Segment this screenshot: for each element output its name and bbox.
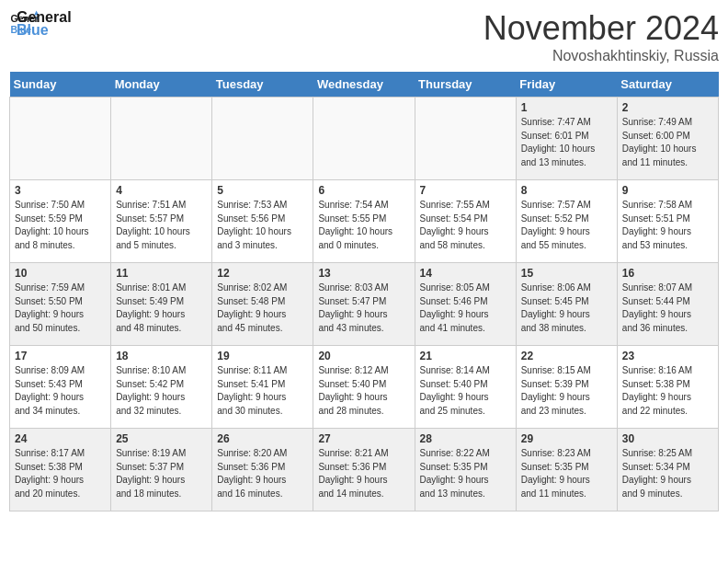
day-number: 1 [521, 101, 612, 114]
day-cell: 11Sunrise: 8:01 AM Sunset: 5:49 PM Dayli… [111, 263, 212, 346]
day-info: Sunrise: 8:09 AM Sunset: 5:43 PM Dayligh… [15, 364, 106, 418]
day-number: 19 [217, 350, 308, 362]
day-cell: 16Sunrise: 8:07 AM Sunset: 5:44 PM Dayli… [617, 263, 718, 346]
day-info: Sunrise: 8:01 AM Sunset: 5:49 PM Dayligh… [116, 282, 207, 335]
day-info: Sunrise: 8:22 AM Sunset: 5:35 PM Dayligh… [420, 447, 511, 500]
day-cell: 15Sunrise: 8:06 AM Sunset: 5:45 PM Dayli… [516, 263, 617, 346]
day-cell: 3Sunrise: 7:50 AM Sunset: 5:59 PM Daylig… [10, 180, 111, 263]
day-number: 24 [15, 432, 106, 445]
day-cell: 30Sunrise: 8:25 AM Sunset: 5:34 PM Dayli… [617, 429, 718, 511]
day-info: Sunrise: 8:10 AM Sunset: 5:42 PM Dayligh… [116, 364, 207, 418]
header-row: SundayMondayTuesdayWednesdayThursdayFrid… [10, 72, 719, 98]
day-number: 4 [116, 184, 207, 197]
day-number: 18 [116, 350, 207, 362]
calendar-table: SundayMondayTuesdayWednesdayThursdayFrid… [9, 72, 719, 511]
day-cell: 12Sunrise: 8:02 AM Sunset: 5:48 PM Dayli… [212, 263, 313, 346]
day-info: Sunrise: 8:05 AM Sunset: 5:46 PM Dayligh… [420, 282, 511, 335]
week-row-4: 17Sunrise: 8:09 AM Sunset: 5:43 PM Dayli… [10, 346, 719, 429]
day-number: 16 [622, 267, 713, 280]
day-info: Sunrise: 8:20 AM Sunset: 5:36 PM Dayligh… [217, 447, 308, 500]
day-number: 6 [318, 184, 409, 197]
day-number: 3 [15, 184, 106, 197]
day-info: Sunrise: 7:58 AM Sunset: 5:51 PM Dayligh… [622, 199, 713, 252]
day-info: Sunrise: 7:55 AM Sunset: 5:54 PM Dayligh… [420, 199, 511, 252]
day-number: 2 [622, 101, 713, 114]
header: General Blue General Blue November 2024 … [9, 9, 719, 64]
day-cell: 26Sunrise: 8:20 AM Sunset: 5:36 PM Dayli… [212, 429, 313, 511]
day-info: Sunrise: 8:12 AM Sunset: 5:40 PM Dayligh… [318, 364, 409, 418]
day-number: 25 [116, 432, 207, 445]
day-cell: 24Sunrise: 8:17 AM Sunset: 5:38 PM Dayli… [10, 429, 111, 511]
day-number: 11 [116, 267, 207, 280]
day-cell: 23Sunrise: 8:16 AM Sunset: 5:38 PM Dayli… [617, 346, 718, 429]
day-info: Sunrise: 7:50 AM Sunset: 5:59 PM Dayligh… [15, 199, 106, 252]
day-cell: 29Sunrise: 8:23 AM Sunset: 5:35 PM Dayli… [516, 429, 617, 511]
day-info: Sunrise: 8:11 AM Sunset: 5:41 PM Dayligh… [217, 364, 308, 418]
day-cell: 27Sunrise: 8:21 AM Sunset: 5:36 PM Dayli… [313, 429, 415, 511]
weekday-header-friday: Friday [516, 72, 617, 98]
day-cell: 2Sunrise: 7:49 AM Sunset: 6:00 PM Daylig… [617, 98, 718, 180]
day-number: 23 [622, 350, 713, 362]
day-info: Sunrise: 7:47 AM Sunset: 6:01 PM Dayligh… [521, 116, 612, 169]
day-cell: 5Sunrise: 7:53 AM Sunset: 5:56 PM Daylig… [212, 180, 313, 263]
day-info: Sunrise: 8:16 AM Sunset: 5:38 PM Dayligh… [622, 364, 713, 418]
weekday-header-tuesday: Tuesday [212, 72, 313, 98]
title-area: November 2024 Novoshakhtinskiy, Russia [483, 9, 719, 64]
day-cell [313, 98, 415, 180]
day-cell: 19Sunrise: 8:11 AM Sunset: 5:41 PM Dayli… [212, 346, 313, 429]
day-number: 8 [521, 184, 612, 197]
day-info: Sunrise: 8:23 AM Sunset: 5:35 PM Dayligh… [521, 447, 612, 500]
day-cell: 7Sunrise: 7:55 AM Sunset: 5:54 PM Daylig… [415, 180, 516, 263]
day-number: 20 [318, 350, 409, 362]
location-title: Novoshakhtinskiy, Russia [483, 48, 719, 64]
day-number: 29 [521, 432, 612, 445]
day-number: 30 [622, 432, 713, 445]
day-cell: 8Sunrise: 7:57 AM Sunset: 5:52 PM Daylig… [516, 180, 617, 263]
week-row-3: 10Sunrise: 7:59 AM Sunset: 5:50 PM Dayli… [10, 263, 719, 346]
day-cell: 14Sunrise: 8:05 AM Sunset: 5:46 PM Dayli… [415, 263, 516, 346]
weekday-header-monday: Monday [111, 72, 212, 98]
day-info: Sunrise: 8:25 AM Sunset: 5:34 PM Dayligh… [622, 447, 713, 500]
day-info: Sunrise: 8:19 AM Sunset: 5:37 PM Dayligh… [116, 447, 207, 500]
logo: General Blue General Blue [9, 9, 72, 39]
day-cell: 13Sunrise: 8:03 AM Sunset: 5:47 PM Dayli… [313, 263, 415, 346]
day-number: 28 [420, 432, 511, 445]
week-row-1: 1Sunrise: 7:47 AM Sunset: 6:01 PM Daylig… [10, 98, 719, 180]
day-info: Sunrise: 8:03 AM Sunset: 5:47 PM Dayligh… [318, 282, 409, 335]
day-info: Sunrise: 8:14 AM Sunset: 5:40 PM Dayligh… [420, 364, 511, 418]
day-number: 9 [622, 184, 713, 197]
day-info: Sunrise: 7:54 AM Sunset: 5:55 PM Dayligh… [318, 199, 409, 252]
day-cell: 21Sunrise: 8:14 AM Sunset: 5:40 PM Dayli… [415, 346, 516, 429]
day-cell: 25Sunrise: 8:19 AM Sunset: 5:37 PM Dayli… [111, 429, 212, 511]
day-cell: 6Sunrise: 7:54 AM Sunset: 5:55 PM Daylig… [313, 180, 415, 263]
day-info: Sunrise: 7:59 AM Sunset: 5:50 PM Dayligh… [15, 282, 106, 335]
week-row-5: 24Sunrise: 8:17 AM Sunset: 5:38 PM Dayli… [10, 429, 719, 511]
day-cell: 17Sunrise: 8:09 AM Sunset: 5:43 PM Dayli… [10, 346, 111, 429]
day-number: 21 [420, 350, 511, 362]
day-number: 15 [521, 267, 612, 280]
day-cell [111, 98, 212, 180]
day-cell: 20Sunrise: 8:12 AM Sunset: 5:40 PM Dayli… [313, 346, 415, 429]
day-cell [212, 98, 313, 180]
day-info: Sunrise: 8:21 AM Sunset: 5:36 PM Dayligh… [318, 447, 409, 500]
logo-text-blue: Blue [17, 22, 72, 39]
day-number: 26 [217, 432, 308, 445]
day-info: Sunrise: 7:51 AM Sunset: 5:57 PM Dayligh… [116, 199, 207, 252]
day-number: 5 [217, 184, 308, 197]
day-info: Sunrise: 8:15 AM Sunset: 5:39 PM Dayligh… [521, 364, 612, 418]
weekday-header-sunday: Sunday [10, 72, 111, 98]
day-number: 12 [217, 267, 308, 280]
day-info: Sunrise: 8:02 AM Sunset: 5:48 PM Dayligh… [217, 282, 308, 335]
day-info: Sunrise: 8:17 AM Sunset: 5:38 PM Dayligh… [15, 447, 106, 500]
day-number: 7 [420, 184, 511, 197]
day-info: Sunrise: 8:06 AM Sunset: 5:45 PM Dayligh… [521, 282, 612, 335]
weekday-header-saturday: Saturday [617, 72, 718, 98]
day-cell: 10Sunrise: 7:59 AM Sunset: 5:50 PM Dayli… [10, 263, 111, 346]
day-number: 17 [15, 350, 106, 362]
day-cell: 9Sunrise: 7:58 AM Sunset: 5:51 PM Daylig… [617, 180, 718, 263]
day-cell: 18Sunrise: 8:10 AM Sunset: 5:42 PM Dayli… [111, 346, 212, 429]
day-number: 14 [420, 267, 511, 280]
day-number: 27 [318, 432, 409, 445]
weekday-header-wednesday: Wednesday [313, 72, 415, 98]
day-info: Sunrise: 7:49 AM Sunset: 6:00 PM Dayligh… [622, 116, 713, 169]
